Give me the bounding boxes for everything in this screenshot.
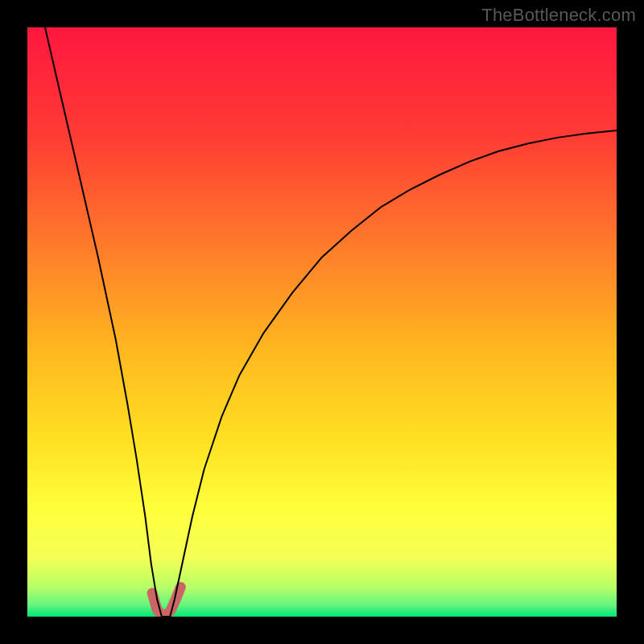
plot-area <box>27 27 617 617</box>
chart-svg <box>27 27 617 617</box>
gradient-background <box>27 27 617 617</box>
watermark-text: TheBottleneck.com <box>481 5 636 26</box>
chart-frame: TheBottleneck.com <box>0 0 644 644</box>
